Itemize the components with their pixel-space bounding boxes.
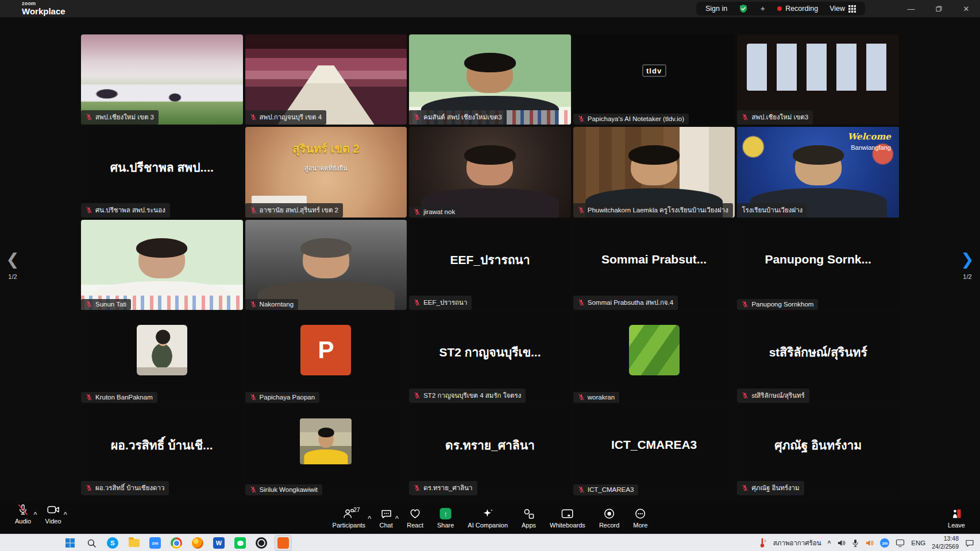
participant-name-label: worakran bbox=[588, 394, 615, 401]
taskbar-search-button[interactable] bbox=[83, 536, 99, 550]
record-button[interactable]: Record bbox=[592, 503, 626, 534]
tray-overflow-chevron[interactable]: ^ bbox=[828, 540, 831, 546]
participant-tile[interactable]: Siriluk Wongkawiwit bbox=[245, 405, 407, 495]
participant-tile[interactable]: สุรินทร์ เขต 2สู่อนาคตที่ยั่งยืน อาชานัย… bbox=[245, 127, 407, 217]
participant-tile[interactable]: EEF_ปรารถนา EEF_ปรารถนา bbox=[409, 220, 571, 310]
participant-tile[interactable]: P Papichaya Paopan bbox=[245, 312, 407, 402]
participant-tile[interactable]: Kruton BanPaknam bbox=[81, 312, 243, 402]
participant-tile[interactable]: สพป.กาญจนบุรี เขต 4 bbox=[245, 34, 407, 125]
participant-tile[interactable]: Nakorntang bbox=[245, 220, 407, 310]
search-icon bbox=[87, 538, 97, 548]
close-button[interactable]: ✕ bbox=[952, 0, 980, 17]
microphone-tray-icon[interactable] bbox=[852, 539, 859, 548]
maximize-button[interactable] bbox=[925, 0, 952, 17]
speaker-icon[interactable] bbox=[837, 539, 846, 547]
minimize-button[interactable]: — bbox=[897, 0, 925, 17]
leave-button[interactable]: Leave bbox=[942, 503, 971, 534]
participant-name-tag: Sommai Prabsutha สพป.กจ.4 bbox=[573, 296, 678, 310]
participants-count-badge: 27 bbox=[353, 507, 360, 513]
more-ellipsis-icon bbox=[635, 508, 646, 519]
taskbar-app-zoom[interactable]: zm bbox=[147, 536, 163, 550]
audio-button[interactable]: Audio bbox=[8, 499, 38, 530]
participant-tile[interactable]: stสิริลักษณ์/สุรินทร์ stสิริลักษณ์/สุริน… bbox=[737, 312, 899, 402]
participant-tile[interactable]: Phuwitchakorn Laemkla ครูโรงเรียนบ้านเวี… bbox=[573, 127, 735, 217]
taskbar-app-word[interactable]: W bbox=[211, 536, 227, 550]
chat-label: Chat bbox=[380, 522, 393, 529]
participants-button[interactable]: 27 Participants bbox=[326, 503, 372, 534]
share-button[interactable]: ↑ Share bbox=[430, 503, 461, 534]
more-button[interactable]: More bbox=[626, 503, 654, 534]
ai-companion-button[interactable]: AI Companion bbox=[461, 503, 515, 534]
meeting-control-pill: Sign in ✦ Recording View bbox=[696, 2, 865, 15]
participant-tile[interactable]: Panupong Sornk... Panupong Sornkhom bbox=[737, 220, 899, 310]
brand-workplace: Workplace bbox=[22, 7, 65, 15]
chat-button[interactable]: Chat bbox=[373, 503, 400, 534]
view-label: View bbox=[829, 5, 845, 13]
apps-icon bbox=[523, 508, 535, 519]
chat-bubble-icon bbox=[380, 508, 392, 519]
participant-name-label: ศุภณัฐ อินทร์งาม bbox=[751, 483, 799, 493]
participant-name-tag: Nakorntang bbox=[245, 299, 298, 310]
weather-status-label[interactable]: สภาพอากาศร้อน bbox=[773, 538, 821, 548]
start-button[interactable] bbox=[62, 536, 78, 550]
participant-name-tag: Papichaya Paopan bbox=[245, 392, 320, 403]
participant-tile[interactable]: Sommai Prabsut... Sommai Prabsutha สพป.ก… bbox=[573, 220, 735, 310]
notification-center-icon[interactable] bbox=[965, 539, 974, 548]
sign-in-button[interactable]: Sign in bbox=[705, 5, 727, 13]
participant-avatar bbox=[137, 325, 187, 375]
grid-view-icon bbox=[848, 5, 856, 13]
taskbar-clock[interactable]: 13:48 24/2/2569 bbox=[932, 535, 959, 550]
participant-tile[interactable]: ST2 กาญจนบุรีเข... ST2 กาญจนบุรีเขต 4 สม… bbox=[409, 312, 571, 402]
participant-tile[interactable]: สพป.เชียงใหม่ เขต 3 bbox=[81, 34, 243, 125]
whiteboards-button[interactable]: Whiteboards bbox=[543, 503, 592, 534]
taskbar-app-chrome[interactable] bbox=[168, 536, 184, 550]
view-button[interactable]: View bbox=[829, 5, 856, 13]
taskbar-app-skype[interactable]: S bbox=[105, 536, 121, 550]
gallery-prev-page[interactable]: ❮ 1/2 bbox=[2, 251, 23, 280]
video-button[interactable]: Video bbox=[38, 499, 68, 530]
apps-button[interactable]: Apps bbox=[515, 503, 543, 534]
gallery-next-page[interactable]: ❯ 1/2 bbox=[957, 251, 978, 280]
participant-tile[interactable]: ศุภณัฐ อินทร์งาม ศุภณัฐ อินทร์งาม bbox=[737, 405, 899, 495]
participant-name-label: stสิริลักษณ์/สุรินทร์ bbox=[751, 390, 804, 401]
taskbar-app-line[interactable] bbox=[232, 536, 248, 550]
taskbar-app-dark[interactable] bbox=[253, 536, 269, 550]
participant-tile[interactable]: jirawat nok bbox=[409, 127, 571, 217]
zoom-tray-icon[interactable]: zm bbox=[880, 538, 889, 548]
clock-date: 24/2/2569 bbox=[932, 543, 959, 550]
participant-tile[interactable]: สพป.เชียงใหม่ เขต3 bbox=[737, 34, 899, 125]
participant-video bbox=[245, 220, 407, 310]
dark-app-icon bbox=[256, 537, 267, 549]
speaker-active-icon[interactable] bbox=[865, 539, 874, 547]
participant-tile[interactable]: ศน.ปรีชาพล สพป.... ศน.ปรีชาพล สพป.ระนอง bbox=[81, 127, 243, 217]
ai-companion-status-icon[interactable]: ✦ bbox=[759, 5, 766, 13]
react-button[interactable]: React bbox=[400, 503, 430, 534]
recording-label: Recording bbox=[785, 5, 818, 13]
muted-mic-icon bbox=[86, 207, 92, 214]
participant-display-name: ST2 กาญจนบุรีเข... bbox=[409, 343, 571, 362]
taskbar-app-firefox[interactable] bbox=[190, 536, 206, 550]
heart-icon bbox=[410, 508, 421, 519]
encryption-shield-icon[interactable] bbox=[739, 4, 748, 13]
participant-tile[interactable]: WelcomeBanwiangfang โรงเรียนบ้านเวียงฝาง bbox=[737, 127, 899, 217]
record-icon bbox=[604, 508, 615, 519]
chevron-left-icon: ❮ bbox=[2, 251, 23, 267]
video-overlay-subtitle: Banwiangfang bbox=[851, 144, 891, 151]
network-display-icon[interactable] bbox=[896, 539, 905, 547]
participant-display-name: EEF_ปรารถนา bbox=[409, 250, 571, 269]
participant-tile[interactable]: tldv Papichaya's AI Notetaker (tldv.io) bbox=[573, 34, 735, 125]
participant-tile[interactable]: Sunun Tati bbox=[81, 220, 243, 310]
participant-name-tag: โรงเรียนบ้านเวียงฝาง bbox=[737, 203, 807, 218]
participant-tile[interactable]: worakran bbox=[573, 312, 735, 402]
recording-indicator[interactable]: Recording bbox=[777, 5, 818, 13]
taskbar-app-active[interactable] bbox=[275, 535, 292, 551]
language-indicator[interactable]: ENG bbox=[911, 540, 925, 546]
participant-tile[interactable]: คมสันต์ สพป เชียงใหม่เขต3 bbox=[409, 34, 571, 125]
page-indicator: 1/2 bbox=[2, 273, 23, 280]
participant-tile[interactable]: ผอ.วรสิทธิ์ บ้านเชี... ผอ.วรสิทธิ์ บ้านเ… bbox=[81, 405, 243, 495]
participant-tile[interactable]: ดร.ทราย_ศาลินา ดร.ทราย_ศาลินา bbox=[409, 405, 571, 495]
taskbar-app-file-explorer[interactable] bbox=[126, 536, 142, 550]
participant-name-label: Nakorntang bbox=[260, 301, 294, 308]
muted-mic-icon bbox=[742, 114, 748, 121]
participant-tile[interactable]: ICT_CMAREA3 ICT_CMAREA3 bbox=[573, 405, 735, 495]
